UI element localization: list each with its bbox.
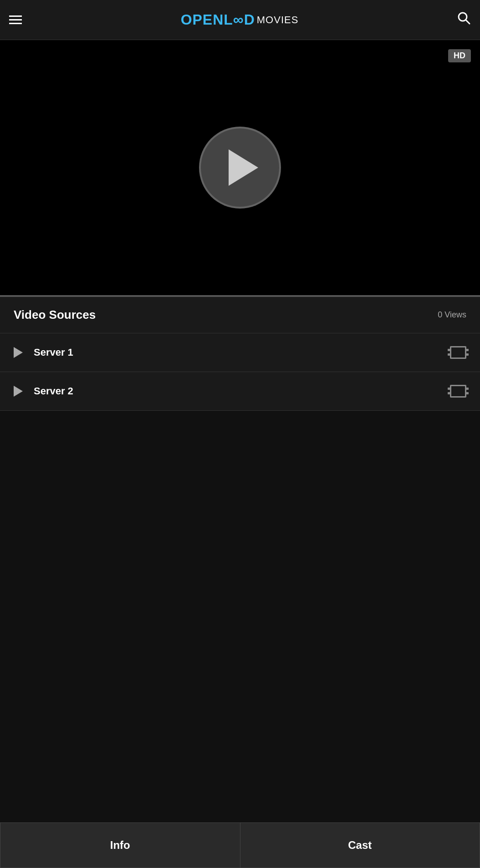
views-count: 0 Views bbox=[438, 310, 466, 320]
app-header: OPENL ∞ D MOVIES bbox=[0, 0, 480, 40]
film-icon-2 bbox=[450, 385, 466, 398]
server-item-2[interactable]: Server 2 bbox=[0, 372, 480, 411]
play-button[interactable] bbox=[199, 127, 281, 209]
video-player[interactable]: HD bbox=[0, 40, 480, 295]
svg-line-1 bbox=[466, 20, 470, 24]
video-sources-title: Video Sources bbox=[14, 308, 96, 322]
search-button[interactable] bbox=[457, 11, 471, 28]
hd-badge: HD bbox=[448, 49, 471, 62]
tab-cast-label: Cast bbox=[348, 839, 372, 852]
logo-text-d: D bbox=[244, 11, 255, 28]
menu-button[interactable] bbox=[9, 15, 22, 24]
server-play-icon-1 bbox=[14, 347, 23, 358]
main-content bbox=[0, 411, 480, 868]
tab-cast[interactable]: Cast bbox=[240, 822, 480, 868]
app-logo: OPENL ∞ D MOVIES bbox=[181, 11, 299, 28]
tab-info[interactable]: Info bbox=[0, 822, 240, 868]
logo-text-loop: ∞ bbox=[233, 11, 244, 28]
server-item-1[interactable]: Server 1 bbox=[0, 333, 480, 372]
server-play-icon-2 bbox=[14, 386, 23, 397]
bottom-tabs: Info Cast bbox=[0, 822, 480, 868]
film-icon-1 bbox=[450, 346, 466, 359]
tab-info-label: Info bbox=[110, 839, 130, 852]
video-sources-header: Video Sources 0 Views bbox=[0, 297, 480, 333]
server-name-1: Server 1 bbox=[34, 347, 450, 358]
logo-text-open: OPENL bbox=[181, 11, 233, 28]
play-triangle-icon bbox=[229, 149, 258, 186]
server-list: Server 1 Server 2 bbox=[0, 333, 480, 411]
server-name-2: Server 2 bbox=[34, 385, 450, 397]
logo-text-movies: MOVIES bbox=[257, 14, 299, 26]
